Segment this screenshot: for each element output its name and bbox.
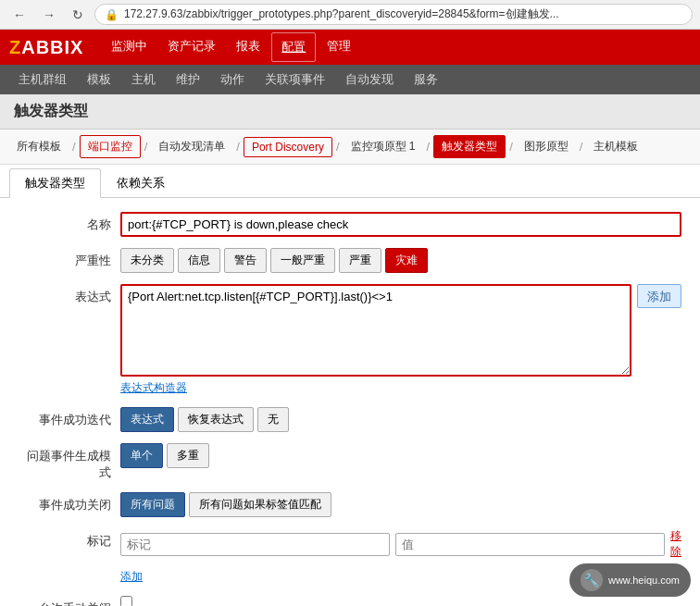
breadcrumb-tabs: 所有模板 / 端口监控 / 自动发现清单 / Port Discovery / … [0,130,700,165]
close-tag-match[interactable]: 所有问题如果标签值匹配 [189,492,331,517]
breadcrumb-trigger-types[interactable]: 触发器类型 [433,135,506,158]
expression-field: {Port Alert:net.tcp.listen[{#TCP_PORT}].… [120,284,681,396]
sub-nav: 主机群组 模板 主机 维护 动作 关联项事件 自动发现 服务 [0,65,700,94]
gen-single[interactable]: 单个 [120,443,163,468]
expression-label: 表达式 [19,284,111,305]
remove-tag-link[interactable]: 移除 [670,528,681,560]
breadcrumb-graph-proto[interactable]: 图形原型 [517,136,576,157]
sep6: / [509,140,513,154]
problem-gen-label: 问题事件生成模式 [19,443,111,481]
name-input[interactable] [120,212,681,237]
nav-config[interactable]: 配置 [271,32,316,62]
problem-gen-row: 问题事件生成模式 单个 多重 [19,443,681,481]
problem-gen-group: 单个 多重 [120,443,681,468]
event-success-group: 表达式 恢复表达式 无 [120,407,681,432]
manual-close-checkbox-row [120,596,681,606]
sep4: / [336,140,340,154]
watermark: 🔧 www.heiqu.com [569,563,691,597]
tag-value-input[interactable] [395,533,665,556]
tag-name-input[interactable] [120,533,390,556]
form-body: 名称 严重性 未分类 信息 警告 一般严重 严重 灾难 表达式 [0,198,700,606]
event-close-group: 所有问题 所有问题如果标签值匹配 [120,492,681,517]
sep2: / [144,140,148,154]
sev-high[interactable]: 严重 [339,248,381,273]
subnav-correlated-events[interactable]: 关联项事件 [256,67,334,93]
sev-warning[interactable]: 警告 [224,248,267,273]
manual-close-row: 允许手动关闭 [19,596,681,606]
subnav-actions[interactable]: 动作 [211,67,254,93]
severity-field: 未分类 信息 警告 一般严重 严重 灾难 [120,248,681,273]
url-text: 172.27.9.63/zabbix/trigger_prototypes.ph… [124,6,682,22]
browser-bar: ← → ↻ 🔒 172.27.9.63/zabbix/trigger_proto… [0,0,700,30]
manual-close-label: 允许手动关闭 [19,596,111,606]
manual-close-checkbox[interactable] [120,596,132,606]
nav-reports[interactable]: 报表 [227,32,269,62]
expression-row: 表达式 {Port Alert:net.tcp.listen[{#TCP_POR… [19,284,681,396]
subnav-autodiscovery[interactable]: 自动发现 [336,67,403,93]
expr-container: {Port Alert:net.tcp.listen[{#TCP_PORT}].… [120,284,681,377]
event-success-row: 事件成功迭代 表达式 恢复表达式 无 [19,407,681,432]
subnav-templates[interactable]: 模板 [78,67,120,93]
expression-add-button[interactable]: 添加 [637,284,681,308]
breadcrumb-port-monitor[interactable]: 端口监控 [80,135,141,158]
back-button[interactable]: ← [7,5,31,25]
tab-dependencies[interactable]: 依赖关系 [101,168,181,198]
sep3: / [236,140,240,154]
gen-multiple[interactable]: 多重 [167,443,209,468]
tab-trigger-types[interactable]: 触发器类型 [9,168,101,198]
zabbix-header: ZABBIX 监测中 资产记录 报表 配置 管理 [0,30,700,65]
breadcrumb-all-templates[interactable]: 所有模板 [9,136,69,157]
sev-info[interactable]: 信息 [178,248,220,273]
breadcrumb-item-proto1[interactable]: 监控项原型 1 [344,136,423,157]
page-title: 触发器类型 [0,94,700,130]
add-tag-link[interactable]: 添加 [120,569,143,585]
watermark-text: www.heiqu.com [608,575,680,586]
subnav-services[interactable]: 服务 [405,67,447,93]
iter-recovery-expr[interactable]: 恢复表达式 [178,407,254,432]
forward-button[interactable]: → [37,5,61,25]
close-all-problems[interactable]: 所有问题 [120,492,185,517]
expression-textarea[interactable]: {Port Alert:net.tcp.listen[{#TCP_PORT}].… [120,284,631,377]
tags-label: 标记 [19,528,111,550]
sep1: / [72,140,76,154]
severity-group: 未分类 信息 警告 一般严重 严重 灾难 [120,248,681,273]
iter-none[interactable]: 无 [257,407,289,432]
breadcrumb-host-template[interactable]: 主机模板 [586,136,645,157]
name-row: 名称 [19,212,681,237]
form-tabs: 触发器类型 依赖关系 [0,168,700,198]
sep7: / [580,140,583,154]
refresh-button[interactable]: ↻ [67,5,89,25]
event-close-field: 所有问题 所有问题如果标签值匹配 [120,492,681,517]
lock-icon: 🔒 [105,8,119,21]
name-field [120,212,681,237]
watermark-icon: 🔧 [581,569,603,591]
sev-unclassified[interactable]: 未分类 [120,248,174,273]
subnav-hostgroups[interactable]: 主机群组 [9,67,76,93]
subnav-hosts[interactable]: 主机 [122,67,165,93]
nav-assets[interactable]: 资产记录 [158,32,225,62]
event-close-label: 事件成功关闭 [19,492,111,513]
expr-builder-link[interactable]: 表达式构造器 [120,380,187,396]
address-bar: 🔒 172.27.9.63/zabbix/trigger_prototypes.… [94,4,693,25]
manual-close-field [120,596,681,606]
sev-disaster[interactable]: 灾难 [385,248,428,273]
zabbix-logo: ZABBIX [9,37,83,58]
sep5: / [427,140,431,154]
breadcrumb-autodiscovery-list[interactable]: 自动发现清单 [151,136,232,157]
sev-average[interactable]: 一般严重 [270,248,335,273]
event-close-row: 事件成功关闭 所有问题 所有问题如果标签值匹配 [19,492,681,517]
event-success-field: 表达式 恢复表达式 无 [120,407,681,432]
event-success-label: 事件成功迭代 [19,407,111,428]
breadcrumb-port-discovery[interactable]: Port Discovery [244,137,332,157]
tag-row: 移除 [120,528,681,560]
problem-gen-field: 单个 多重 [120,443,681,468]
iter-expression[interactable]: 表达式 [120,407,174,432]
nav-monitoring[interactable]: 监测中 [102,32,156,62]
severity-row: 严重性 未分类 信息 警告 一般严重 严重 灾难 [19,248,681,273]
severity-label: 严重性 [19,248,111,269]
main-nav: 监测中 资产记录 报表 配置 管理 [102,32,360,62]
page-content: 触发器类型 所有模板 / 端口监控 / 自动发现清单 / Port Discov… [0,94,700,606]
subnav-maintenance[interactable]: 维护 [167,67,209,93]
nav-admin[interactable]: 管理 [318,32,360,62]
name-label: 名称 [19,212,111,233]
